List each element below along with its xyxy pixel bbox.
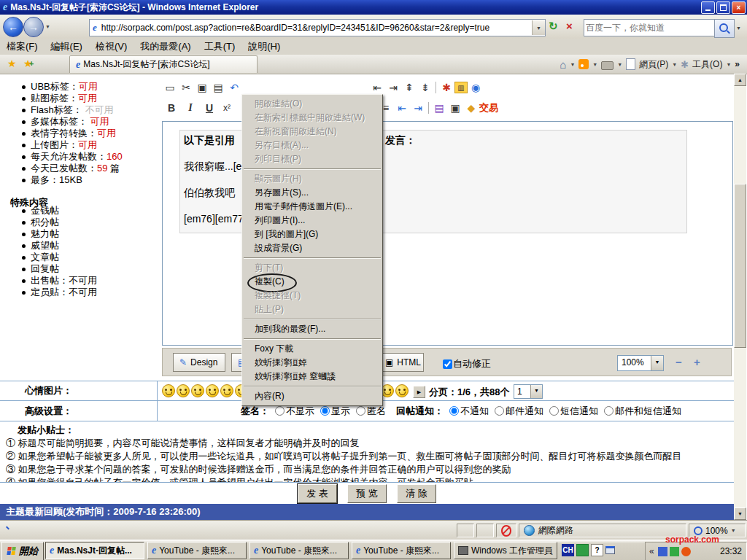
preview-button[interactable]: 预 览 <box>347 484 387 503</box>
emoticon-next-page-button[interactable]: ▶ <box>413 386 425 398</box>
address-bar[interactable]: e ▼ <box>89 19 546 36</box>
window-tray-icon[interactable] <box>605 546 615 554</box>
menu-favorites[interactable]: 我的最愛(A) <box>133 39 197 55</box>
page-menu-label[interactable]: 網頁(P) <box>639 58 668 71</box>
context-menu-item[interactable]: 另存圖片(S)... <box>242 186 382 200</box>
book-icon[interactable]: ▥ <box>454 82 468 93</box>
context-menu-item[interactable]: 到 [我的圖片](G) <box>242 228 382 241</box>
forward-button[interactable]: → <box>23 17 44 37</box>
menu-tools[interactable]: 工具(T) <box>198 39 242 55</box>
scrollbar-thumb[interactable] <box>734 184 746 348</box>
refresh-button[interactable]: ↻ <box>549 20 558 33</box>
color-wheel-icon[interactable]: ✱ <box>438 80 454 95</box>
design-tab-button[interactable]: ✎ Design <box>173 353 225 372</box>
minimize-button[interactable] <box>701 1 715 14</box>
context-menu-item[interactable]: 內容(R) <box>242 389 382 403</box>
context-menu-item[interactable]: 用電子郵件傳送圖片(E)... <box>242 200 382 214</box>
page-dropdown-icon[interactable]: ▼ <box>672 62 677 67</box>
menu-edit[interactable]: 編輯(E) <box>44 39 89 55</box>
table-insert-left-icon[interactable]: ⇤ <box>369 80 385 95</box>
autofix-checkbox[interactable] <box>443 359 452 369</box>
radio-sign-anon[interactable] <box>356 406 365 416</box>
radio-sign-hide[interactable] <box>275 406 285 416</box>
restore-button[interactable] <box>716 1 730 14</box>
view-source-icon[interactable]: ▣ <box>447 101 463 115</box>
superscript-icon[interactable]: x² <box>219 101 235 115</box>
page-scrollbar[interactable]: ▲ ▼ <box>734 74 746 520</box>
indent-icon[interactable]: ⇥ <box>410 101 426 115</box>
underline-icon[interactable]: U <box>200 101 219 115</box>
outdent-icon[interactable]: ⇤ <box>394 101 410 115</box>
cut-icon[interactable]: ✂ <box>178 80 194 95</box>
search-button[interactable] <box>714 19 735 38</box>
context-menu-item[interactable]: 妏蚚捰濘狟婥 窒蟈諉 <box>242 370 382 384</box>
close-button[interactable]: × <box>732 1 746 14</box>
status-zoom-dropdown-icon[interactable]: ▼ <box>731 528 736 533</box>
emoticon-icon[interactable] <box>177 384 190 397</box>
print-dropdown-icon[interactable]: ▼ <box>617 62 622 67</box>
emoticon-icon[interactable] <box>206 384 219 397</box>
shield-icon[interactable]: ◆ <box>463 101 479 115</box>
zoom-dropdown-icon[interactable]: ▼ <box>651 356 663 370</box>
zoom-in-icon[interactable]: + <box>694 356 700 368</box>
tab-current[interactable]: e Mas.NsJt-回复帖子[索沛CS论坛] <box>69 55 258 73</box>
comment-icon[interactable]: ◉ <box>468 80 484 95</box>
radio-notify-none[interactable] <box>449 406 459 416</box>
undo-icon[interactable]: ↶ <box>226 80 242 95</box>
context-menu-item[interactable]: 設成背景(G) <box>242 241 382 255</box>
table-insert-down-icon[interactable]: ⇟ <box>417 80 433 95</box>
menu-help[interactable]: 說明(H) <box>241 39 287 55</box>
url-input[interactable] <box>100 20 532 35</box>
context-menu-item[interactable]: Foxy 下載 <box>242 342 382 356</box>
history-dropdown-icon[interactable]: ▼ <box>45 24 50 29</box>
taskbar-task[interactable]: e YouTube - 康熙來... <box>147 542 247 559</box>
stop-button[interactable]: × <box>566 20 573 32</box>
table-insert-up-icon[interactable]: ⇞ <box>401 80 417 95</box>
page-select-dropdown-icon[interactable]: ▼ <box>530 385 542 398</box>
home-dropdown-icon[interactable]: ▼ <box>570 62 575 67</box>
scroll-up-icon[interactable]: ▲ <box>734 74 746 86</box>
context-menu-item[interactable]: 加到我的最愛(F)... <box>242 322 382 336</box>
search-input[interactable] <box>584 22 714 34</box>
radio-sign-show[interactable] <box>320 406 330 416</box>
zoom-select[interactable]: 100% ▼ <box>617 355 664 371</box>
emoticon-icon[interactable] <box>162 384 175 397</box>
emoticon-icon[interactable] <box>191 384 204 397</box>
radio-notify-sms[interactable] <box>549 406 559 416</box>
emoticon-page-select[interactable]: 1 ▼ <box>514 384 543 399</box>
paste-icon[interactable]: ▤ <box>210 80 226 95</box>
taskbar-task[interactable]: e YouTube - 康熙來... <box>249 542 349 559</box>
search-box[interactable] <box>584 19 715 36</box>
tray-icon-green[interactable] <box>576 544 589 556</box>
help-tray-icon[interactable]: ? <box>591 544 603 556</box>
back-button[interactable]: ← <box>3 17 23 37</box>
tray-icon-blue[interactable] <box>658 547 667 556</box>
gear-icon[interactable]: ✱ <box>681 59 689 70</box>
copy-icon[interactable]: ▣ <box>194 80 210 95</box>
start-button[interactable]: 開始 <box>1 542 44 560</box>
tray-chevron-icon[interactable]: « <box>649 546 654 556</box>
emoticon-icon[interactable] <box>395 384 409 397</box>
tools-menu-label[interactable]: 工具(O) <box>692 58 722 71</box>
submit-button[interactable]: 发 表 <box>298 484 337 503</box>
rss-icon[interactable] <box>578 59 589 69</box>
taskbar-task[interactable]: e YouTube - 康熙來... <box>352 542 451 559</box>
taskbar-task[interactable]: Windows 工作管理員 <box>454 542 557 559</box>
context-menu-item[interactable]: 妏蚚捰濘狟婥 <box>242 356 382 370</box>
page-icon[interactable] <box>626 58 635 70</box>
context-menu-item-copy[interactable]: 複製(C) <box>242 275 382 289</box>
trade-button[interactable]: 交易 <box>479 101 498 114</box>
radio-notify-both[interactable] <box>604 406 614 416</box>
favorites-star-icon[interactable]: ★ <box>7 58 17 69</box>
radio-notify-email[interactable] <box>495 406 504 416</box>
home-icon[interactable]: ⌂ <box>560 58 566 71</box>
new-window-icon[interactable]: ▭ <box>162 80 178 95</box>
print-icon[interactable] <box>601 61 614 70</box>
scroll-down-icon[interactable]: ▼ <box>734 508 746 520</box>
zoom-out-icon[interactable]: − <box>676 356 682 368</box>
insert-file-icon[interactable]: ▤ <box>431 101 447 115</box>
context-menu-item[interactable]: 列印圖片(I)... <box>242 214 382 228</box>
taskbar-task-current[interactable]: e Mas.NsJt-回复帖... <box>45 542 144 559</box>
clear-button[interactable]: 清 除 <box>397 484 436 503</box>
search-dropdown-icon[interactable]: ▼ <box>734 19 743 36</box>
